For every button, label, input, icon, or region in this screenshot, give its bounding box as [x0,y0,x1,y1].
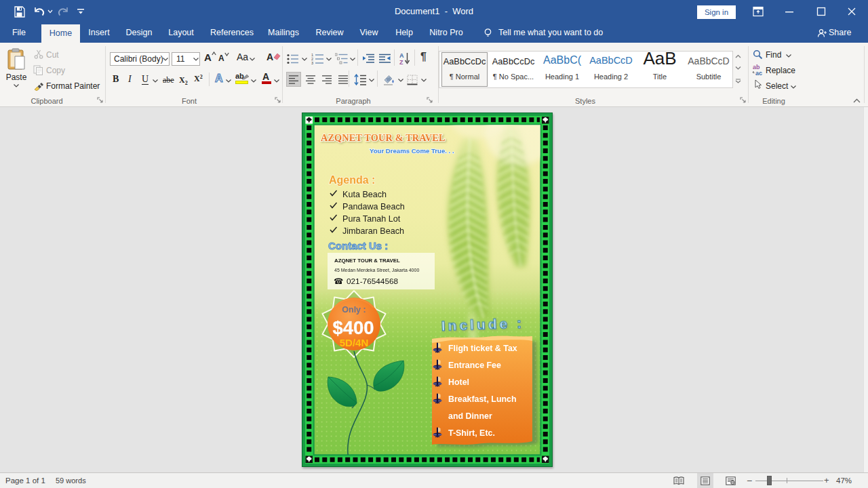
svg-text:☎: ☎ [334,277,343,285]
svg-text:Entrance Fee: Entrance Fee [448,361,501,370]
svg-text:T-Shirt, Etc.: T-Shirt, Etc. [448,428,495,438]
svg-text:Kuta Beach: Kuta Beach [342,190,387,199]
svg-text:Jimbaran Beach: Jimbaran Beach [342,226,404,236]
svg-text:5D/4N: 5D/4N [340,337,369,348]
svg-text:Z: Z [399,59,403,65]
svg-text:ac: ac [755,70,762,76]
svg-text:021-76544568: 021-76544568 [347,277,399,286]
svg-text:Pandawa Beach: Pandawa Beach [342,202,405,211]
svg-text:AZQNET TOUR & TRAVEL: AZQNET TOUR & TRAVEL [334,258,400,264]
svg-text:AZQNET TOUR & TRAVEL: AZQNET TOUR & TRAVEL [321,132,446,143]
svg-text:Agenda :: Agenda : [329,174,375,186]
svg-text:3: 3 [311,61,313,64]
svg-text:45 Medan Merdeka Street, Jakar: 45 Medan Merdeka Street, Jakarta 4000 [334,268,419,272]
svg-text:$400: $400 [332,317,374,338]
svg-text:Only :: Only : [342,305,366,314]
svg-text:and Dinner: and Dinner [448,411,492,421]
svg-text:A: A [399,52,404,59]
svg-text:Fligh ticket & Tax: Fligh ticket & Tax [448,344,517,353]
svg-text:Your Dreams Come True. . .: Your Dreams Come True. . . [370,147,454,155]
svg-text:Pura Tanah Lot: Pura Tanah Lot [342,214,401,224]
svg-text:Hotel: Hotel [448,378,469,387]
svg-text:Include :: Include : [441,315,524,333]
svg-text:Breakfast, Lunch: Breakfast, Lunch [448,394,517,404]
svg-text:Contact Us :: Contact Us : [328,240,388,251]
